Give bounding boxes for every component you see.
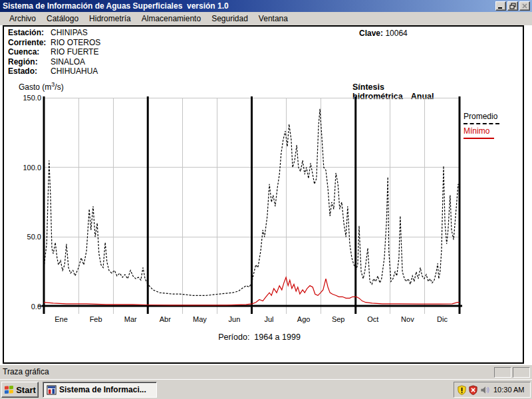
window-controls bbox=[494, 1, 530, 11]
x-axis-month-label-dic: Dic bbox=[425, 315, 460, 323]
title-bar: Sistema de Información de Aguas Superfic… bbox=[0, 0, 532, 12]
field-label: Región: bbox=[8, 57, 51, 67]
menu-item-almacenamiento[interactable]: Almacenamiento bbox=[136, 13, 206, 25]
app-icon bbox=[47, 385, 57, 395]
restore-button[interactable] bbox=[507, 1, 518, 11]
legend-promedio-line-sample bbox=[464, 123, 499, 124]
menu-item-cata-logo[interactable]: Catálogo bbox=[41, 13, 84, 25]
field-label: Corriente: bbox=[8, 38, 51, 48]
system-tray: 10:30 AM bbox=[454, 382, 531, 398]
x-axis-month-label-jul: Jul bbox=[252, 315, 287, 323]
menu-item-hidrometri-a[interactable]: Hidrometría bbox=[84, 13, 136, 25]
station-info: Estación:CHINIPASCorriente:RIO OTEROSCue… bbox=[8, 28, 100, 76]
task-label: Sistema de Informaci... bbox=[59, 385, 146, 394]
x-axis-month-label-oct: Oct bbox=[356, 315, 390, 323]
period-caption: Período: 1964 a 1999 bbox=[166, 332, 352, 342]
legend-promedio-label: Promedio bbox=[464, 112, 497, 121]
station-field-corriente: Corriente:RIO OTEROS bbox=[8, 38, 100, 48]
legend-minimo-label: Mínimo bbox=[464, 126, 489, 136]
y-axis-tick-label: 150.0 bbox=[13, 94, 41, 102]
minimize-button[interactable] bbox=[495, 1, 506, 11]
x-axis-month-label-nov: Nov bbox=[390, 315, 425, 323]
status-panel-1 bbox=[494, 367, 511, 378]
station-field-cuenca: Cuenca:RIO FUERTE bbox=[8, 47, 100, 57]
menu-item-ventana[interactable]: Ventana bbox=[253, 13, 293, 25]
menu-item-archivo[interactable]: Archivo bbox=[4, 13, 41, 25]
x-axis-month-label-may: May bbox=[182, 315, 217, 323]
station-field-estado: Estado:CHIHUAHUA bbox=[8, 66, 100, 76]
window-title: Sistema de Información de Aguas Superfic… bbox=[3, 1, 229, 11]
menu-bar: ArchivoCatálogoHidrometríaAlmacenamiento… bbox=[0, 12, 532, 25]
y-axis-tick-label: 0.0 bbox=[13, 303, 41, 311]
field-label: Estación: bbox=[8, 28, 51, 38]
taskbar: Start Sistema de Informaci... bbox=[0, 379, 532, 399]
windows-flag-icon bbox=[4, 385, 14, 395]
field-value: CHIHUAHUA bbox=[51, 66, 98, 76]
security-alert-shield-icon[interactable] bbox=[468, 385, 478, 395]
menu-item-seguridad[interactable]: Seguridad bbox=[206, 13, 253, 25]
x-axis-month-label-feb: Feb bbox=[78, 315, 113, 323]
restore-icon bbox=[509, 3, 516, 9]
start-label: Start bbox=[16, 385, 36, 395]
chart-mode: Anual bbox=[411, 92, 434, 101]
y-axis-title: Gasto (m3/s) bbox=[19, 81, 64, 92]
legend-minimo-line-sample bbox=[464, 138, 494, 139]
x-axis-month-label-abr: Abr bbox=[148, 315, 182, 323]
field-label: Cuenca: bbox=[8, 47, 51, 57]
start-button[interactable]: Start bbox=[1, 382, 39, 398]
clave-value: 10064 bbox=[385, 29, 407, 38]
app-window: Sistema de Información de Aguas Superfic… bbox=[0, 0, 532, 399]
close-icon bbox=[521, 3, 528, 9]
clave-label: Clave: bbox=[359, 29, 383, 38]
security-warning-shield-icon[interactable] bbox=[457, 385, 467, 395]
x-axis-month-label-mar: Mar bbox=[113, 315, 148, 323]
x-axis-month-label-ene: Ene bbox=[44, 315, 78, 323]
x-axis-month-label-sep: Sep bbox=[321, 315, 356, 323]
volume-icon[interactable] bbox=[479, 385, 490, 395]
minimize-icon bbox=[497, 3, 504, 9]
y-axis-tick-label: 100.0 bbox=[13, 164, 41, 172]
field-value: RIO OTEROS bbox=[51, 38, 100, 48]
chart-title-text: Síntesis hidrométrica bbox=[352, 82, 403, 101]
status-bar: Traza gráfica bbox=[0, 364, 532, 379]
chart-title: Síntesis hidrométricaAnual bbox=[352, 82, 463, 101]
station-field-estacio-n: Estación:CHINIPAS bbox=[8, 28, 100, 38]
station-field-regio-n: Región:SINALOA bbox=[8, 57, 100, 67]
field-value: SINALOA bbox=[51, 57, 85, 67]
task-button-sias[interactable]: Sistema de Informaci... bbox=[43, 382, 157, 398]
x-axis-month-label-ago: Ago bbox=[287, 315, 321, 323]
y-axis-tick-label: 50.0 bbox=[13, 233, 41, 241]
status-text: Traza gráfica bbox=[3, 367, 49, 376]
status-panel-2 bbox=[513, 367, 530, 378]
close-button[interactable] bbox=[519, 1, 530, 11]
field-value: CHINIPAS bbox=[51, 28, 88, 38]
x-axis-month-label-jun: Jun bbox=[217, 315, 251, 323]
clave-field: Clave: 10064 bbox=[359, 29, 408, 38]
field-value: RIO FUERTE bbox=[51, 47, 98, 57]
taskbar-clock[interactable]: 10:30 AM bbox=[493, 386, 524, 394]
field-label: Estado: bbox=[8, 66, 51, 76]
